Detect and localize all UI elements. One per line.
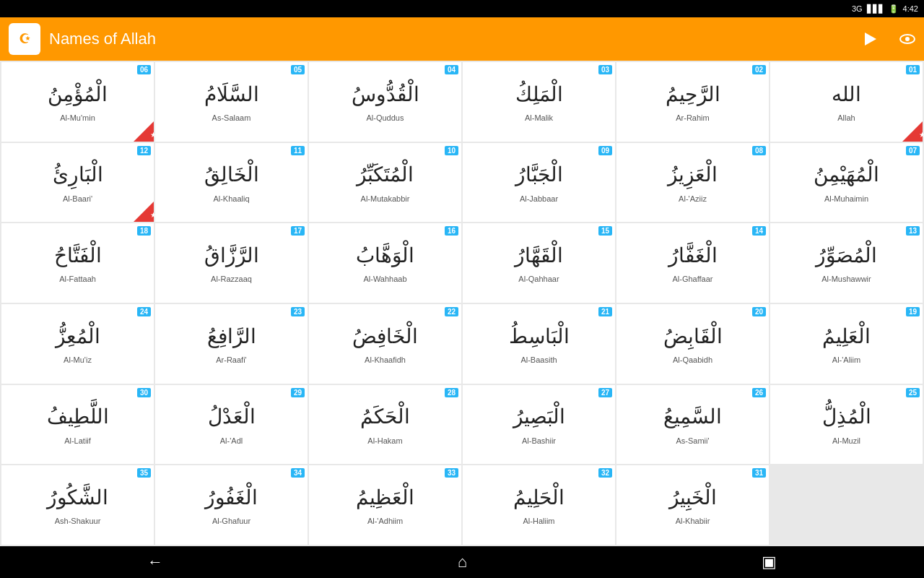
latin-text: Al-Muhaimin (824, 194, 868, 203)
latin-text: As-Salaam (212, 113, 251, 122)
arabic-text: الرَّحِيمُ (666, 82, 720, 108)
latin-text: Al-Muzil (832, 436, 860, 445)
name-cell-34[interactable]: 34الْغَفُورُAl-Ghafuur (155, 465, 308, 545)
latin-text: Al-Baari' (63, 194, 92, 203)
latin-text: Al-Jabbaar (520, 194, 558, 203)
home-button[interactable]: ⌂ (458, 553, 467, 571)
name-cell-22[interactable]: 22الْخَافِضُAl-Khaafidh (309, 304, 461, 384)
name-cell-12[interactable]: 12الْبَارِئُAl-Baari' (1, 143, 154, 223)
arabic-text: الْخَافِضُ (352, 324, 418, 350)
status-bar: 3G ▋▋▋ 🔋 4:42 (0, 0, 924, 17)
latin-text: Al-Hakam (367, 436, 402, 445)
recents-button[interactable]: ▣ (762, 553, 777, 571)
arabic-text: اللَّطِيفُ (47, 404, 109, 430)
name-cell-08[interactable]: 08الْعَزِيزُAl-'Aziiz (616, 143, 769, 223)
latin-text: Al-Khaafidh (365, 355, 406, 364)
latin-text: Ar-Raafi' (216, 355, 246, 364)
name-cell-24[interactable]: 24الْمُعِزُّAl-Mu'iz (1, 304, 154, 384)
arabic-text: الْوَهَّابُ (356, 243, 414, 269)
name-cell-18[interactable]: 18الْفَتَّاحُAl-Fattaah (1, 223, 154, 303)
name-cell-25[interactable]: 25الْمُذِلُّAl-Muzil (770, 385, 923, 465)
name-cell-03[interactable]: 03الْمَلِكُAl-Malik (463, 62, 615, 142)
name-cell-15[interactable]: 15الْقَهَّارُAl-Qahhaar (463, 223, 615, 303)
names-grid: 06الْمُؤْمِنُAl-Mu'min05السَّلَامُAs-Sal… (0, 61, 924, 546)
play-button[interactable] (865, 33, 876, 46)
latin-text: Al-Quddus (367, 113, 404, 122)
name-cell-21[interactable]: 21الْبَاسِطُAl-Baasith (463, 304, 615, 384)
latin-text: Ar-Rahim (676, 113, 709, 122)
arabic-text: الْمَلِكُ (515, 82, 563, 108)
arabic-text: السَّمِيعُ (663, 404, 722, 430)
name-cell-13[interactable]: 13الْمُصَوِّرُAl-Mushawwir (770, 223, 923, 303)
latin-text: Al-Mu'iz (64, 355, 92, 364)
latin-text: Al-Haliim (523, 517, 555, 525)
name-cell-28[interactable]: 28الْحَكَمُAl-Hakam (309, 385, 461, 465)
arabic-text: الْعَدْلُ (208, 404, 256, 430)
latin-text: Al-Mutakabbir (361, 194, 410, 203)
name-cell-17[interactable]: 17الرَّزَّاقُAl-Razzaaq (155, 223, 308, 303)
name-cell-01[interactable]: 01اللهAllah (770, 62, 923, 142)
favorite-badge (134, 121, 154, 142)
arabic-text: الْقُدُّوسُ (352, 82, 419, 108)
name-cell-09[interactable]: 09الْجَبَّارُAl-Jabbaar (463, 143, 615, 223)
latin-text: Al-Khabiir (676, 517, 710, 525)
name-cell-16[interactable]: 16الْوَهَّابُAl-Wahhaab (309, 223, 461, 303)
arabic-text: الْفَتَّاحُ (54, 243, 102, 269)
arabic-text: الْقَهَّارُ (515, 243, 563, 269)
name-cell-02[interactable]: 02الرَّحِيمُAr-Rahim (616, 62, 769, 142)
latin-text: Al-Malik (525, 113, 553, 122)
name-cell-20[interactable]: 20الْقَابِضُAl-Qaabidh (616, 304, 769, 384)
latin-text: Ash-Shakuur (55, 517, 101, 525)
arabic-text: الْمُؤْمِنُ (48, 82, 108, 108)
network-indicator: 3G (852, 4, 863, 13)
name-cell-30[interactable]: 30اللَّطِيفُAl-Latiif (1, 385, 154, 465)
arabic-text: الْبَاسِطُ (509, 324, 570, 350)
name-cell-14[interactable]: 14الْغَفَّارُAl-Ghaffaar (616, 223, 769, 303)
latin-text: Al-Bashiir (522, 436, 556, 445)
arabic-text: الرَّزَّاقُ (204, 243, 259, 269)
name-cell-33[interactable]: 33الْعَظِيمُAl-'Adhiim (309, 465, 461, 545)
name-cell-11[interactable]: 11الْخَالِقُAl-Khaaliq (155, 143, 308, 223)
name-cell-27[interactable]: 27الْبَصِيرُAl-Bashiir (463, 385, 615, 465)
name-cell-05[interactable]: 05السَّلَامُAs-Salaam (155, 62, 308, 142)
arabic-text: الله (832, 82, 861, 108)
arabic-text: الرَّافِعُ (207, 324, 256, 350)
latin-text: As-Samii' (676, 436, 709, 445)
app-bar: ☪ Names of Allah (0, 17, 924, 61)
name-cell-29[interactable]: 29الْعَدْلُAl-'Adl (155, 385, 308, 465)
name-cell-32[interactable]: 32الْحَلِيمُAl-Haliim (463, 465, 615, 545)
latin-text: Al-Razzaaq (211, 275, 252, 283)
name-cell-31[interactable]: 31الْخَبِيرُAl-Khabiir (616, 465, 769, 545)
name-cell-26[interactable]: 26السَّمِيعُAs-Samii' (616, 385, 769, 465)
latin-text: Al-'Adhiim (367, 517, 403, 525)
latin-text: Al-'Aliim (832, 355, 860, 364)
arabic-text: الْمُصَوِّرُ (816, 243, 877, 269)
eye-button[interactable] (899, 34, 915, 44)
arabic-text: الْجَبَّارُ (515, 162, 563, 188)
name-cell-07[interactable]: 07الْمُهَيْمِنُAl-Muhaimin (770, 143, 923, 223)
arabic-text: السَّلَامُ (204, 82, 259, 108)
bottom-nav: ← ⌂ ▣ (0, 546, 924, 578)
name-cell-04[interactable]: 04الْقُدُّوسُAl-Quddus (309, 62, 461, 142)
app-logo: ☪ (9, 23, 40, 55)
arabic-text: الْعَزِيزُ (668, 162, 718, 188)
name-cell-23[interactable]: 23الرَّافِعُAr-Raafi' (155, 304, 308, 384)
back-button[interactable]: ← (147, 553, 163, 571)
latin-text: Al-Latiif (64, 436, 91, 445)
favorite-badge (134, 202, 154, 222)
name-cell-35[interactable]: 35الشَّكُورُAsh-Shakuur (1, 465, 154, 545)
name-cell-06[interactable]: 06الْمُؤْمِنُAl-Mu'min (1, 62, 154, 142)
latin-text: Al-Mu'min (60, 113, 95, 122)
arabic-text: الْحَكَمُ (360, 404, 410, 430)
arabic-text: الْعَظِيمُ (356, 485, 414, 511)
arabic-text: الْبَصِيرُ (513, 404, 565, 430)
favorite-badge (902, 121, 923, 142)
latin-text: Al-Ghafuur (212, 517, 250, 525)
latin-text: Al-Ghaffaar (672, 275, 712, 283)
latin-text: Al-Baasith (520, 355, 557, 364)
arabic-text: الْعَلِيمُ (822, 324, 871, 350)
name-cell-19[interactable]: 19الْعَلِيمُAl-'Aliim (770, 304, 923, 384)
arabic-text: الْحَلِيمُ (513, 485, 565, 511)
app-title: Names of Allah (49, 30, 850, 48)
name-cell-10[interactable]: 10الْمُتَكَبِّرُAl-Mutakabbir (309, 143, 461, 223)
